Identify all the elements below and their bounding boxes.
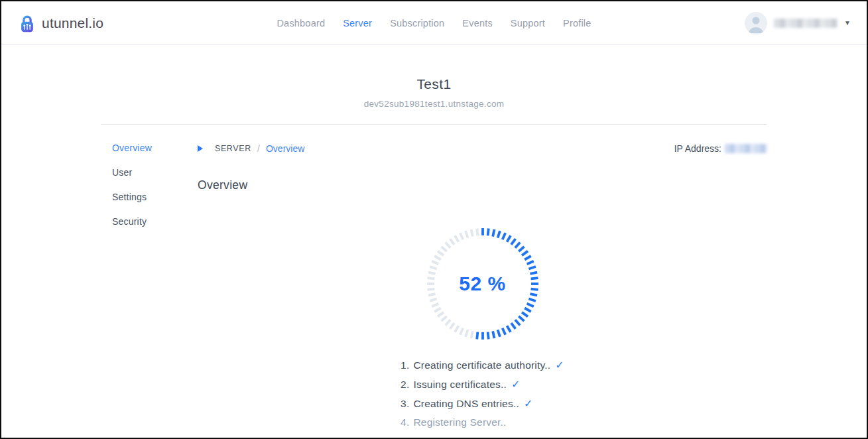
sidebar-item-security[interactable]: Security: [112, 216, 198, 227]
breadcrumb-page[interactable]: Overview: [266, 143, 304, 154]
check-icon: ✓: [555, 359, 564, 371]
avatar: [745, 12, 767, 34]
step-number: 2.: [401, 379, 409, 391]
nav-support[interactable]: Support: [511, 18, 545, 29]
user-menu[interactable]: ▼: [745, 12, 851, 34]
setup-step: 1. Creating certificate authority.. ✓: [401, 359, 564, 371]
step-text: Issuing certificates..: [413, 379, 507, 391]
sidebar-collapse-arrow-icon[interactable]: [198, 145, 203, 152]
sidebar-item-overview[interactable]: Overview: [112, 143, 198, 153]
breadcrumb-separator: /: [257, 143, 260, 154]
ip-address-redacted: [725, 144, 767, 153]
app-window: utunnel.io Dashboard Server Subscription…: [0, 0, 868, 439]
nav-events[interactable]: Events: [462, 18, 493, 29]
step-text: Registering Server..: [413, 416, 506, 428]
breadcrumb-section: SERVER: [215, 144, 251, 153]
page-title: Test1: [101, 76, 767, 92]
sidebar-item-user[interactable]: User: [112, 167, 198, 178]
server-domain: dev52sub1981test1.utnstage.com: [101, 99, 767, 109]
logo-text: utunnel.io: [42, 15, 103, 31]
chevron-down-icon: ▼: [844, 20, 851, 27]
nav-profile[interactable]: Profile: [563, 18, 591, 29]
nav-subscription[interactable]: Subscription: [390, 18, 444, 29]
step-number: 1.: [401, 359, 409, 371]
padlock-logo-icon: [17, 13, 37, 33]
top-nav-bar: utunnel.io Dashboard Server Subscription…: [1, 1, 867, 45]
nav-dashboard[interactable]: Dashboard: [277, 18, 325, 29]
section-heading: Overview: [198, 178, 767, 192]
person-icon: [745, 12, 767, 34]
user-name-redacted: [774, 19, 837, 28]
check-icon: ✓: [524, 397, 533, 410]
main-content: Test1 dev52sub1981test1.utnstage.com Ove…: [101, 45, 767, 435]
step-number: 4.: [401, 416, 409, 428]
step-number: 3.: [401, 398, 409, 410]
breadcrumb: SERVER / Overview IP Address:: [198, 143, 767, 154]
check-icon: ✓: [511, 378, 521, 391]
setup-step: 2. Issuing certificates.. ✓: [401, 378, 564, 391]
main-nav: Dashboard Server Subscription Events Sup…: [277, 1, 591, 44]
sidebar: Overview User Settings Security: [101, 143, 198, 435]
step-text: Creating certificate authority..: [413, 359, 550, 371]
setup-steps-list: 1. Creating certificate authority.. ✓ 2.…: [401, 359, 564, 428]
server-header: Test1 dev52sub1981test1.utnstage.com: [101, 45, 767, 109]
progress-ring-container: 52 %: [424, 225, 541, 342]
ip-address-label: IP Address:: [674, 143, 721, 154]
step-text: Creating DNS entries..: [413, 398, 519, 410]
ip-address: IP Address:: [674, 143, 767, 154]
progress-percent: 52 %: [459, 273, 505, 295]
setup-step: 3. Creating DNS entries.. ✓: [401, 397, 564, 410]
sidebar-item-settings[interactable]: Settings: [112, 192, 198, 202]
logo[interactable]: utunnel.io: [17, 13, 103, 33]
nav-server[interactable]: Server: [343, 18, 372, 29]
setup-step: 4. Registering Server..: [401, 416, 564, 428]
